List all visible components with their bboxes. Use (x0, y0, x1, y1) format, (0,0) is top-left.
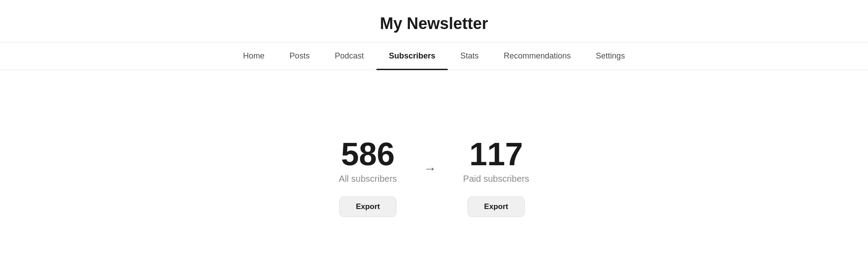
nav-item-settings[interactable]: Settings (583, 42, 637, 70)
nav-item-home[interactable]: Home (231, 42, 277, 70)
arrow-separator: → (424, 162, 436, 176)
main-content: 586 All subscribers Export → 117 Paid su… (0, 70, 868, 276)
nav-item-recommendations[interactable]: Recommendations (491, 42, 583, 70)
all-subscribers-count: 586 (341, 138, 395, 170)
nav-items: Home Posts Podcast Subscribers Stats Rec… (231, 42, 637, 70)
nav-item-posts[interactable]: Posts (277, 42, 322, 70)
nav-item-subscribers[interactable]: Subscribers (376, 42, 448, 70)
page-wrapper: My Newsletter Home Posts Podcast Subscri… (0, 0, 868, 276)
export-all-button[interactable]: Export (339, 197, 396, 217)
site-header: My Newsletter (0, 0, 868, 42)
stats-container: 586 All subscribers Export → 117 Paid su… (339, 138, 529, 217)
paid-subscribers-count: 117 (469, 138, 523, 170)
paid-subscribers-block: 117 Paid subscribers Export (463, 138, 529, 217)
nav-bar: Home Posts Podcast Subscribers Stats Rec… (0, 42, 868, 70)
nav-item-podcast[interactable]: Podcast (322, 42, 376, 70)
export-paid-button[interactable]: Export (468, 197, 525, 217)
nav-item-stats[interactable]: Stats (448, 42, 491, 70)
all-subscribers-label: All subscribers (339, 174, 397, 184)
site-title: My Newsletter (0, 14, 868, 33)
paid-subscribers-label: Paid subscribers (463, 174, 529, 184)
all-subscribers-block: 586 All subscribers Export (339, 138, 397, 217)
